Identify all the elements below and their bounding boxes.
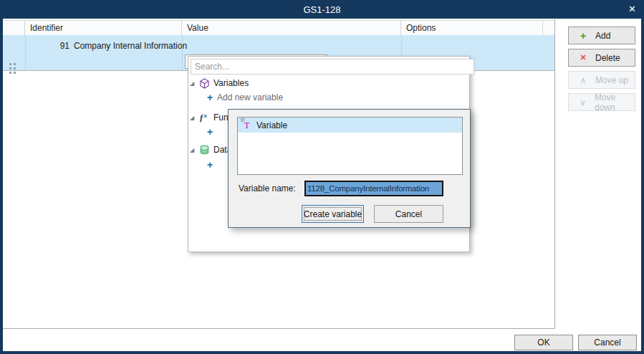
tree-item-add-new-database[interactable]: + [207,158,217,171]
tree-expander-icon[interactable]: ◢ [190,80,199,87]
variable-name-value: 1128_CompanyInternalInformation [306,184,429,193]
functions-fx-icon: ƒx [199,112,213,123]
variable-type-icon: ⚙ T [241,120,252,131]
row-drag-handle-icon[interactable] [9,63,11,65]
header-cell-value[interactable]: Value [182,21,401,35]
tree-expander-icon[interactable]: ◢ [190,115,199,121]
dialog-cancel-button[interactable]: Cancel [374,205,443,223]
plus-icon: + [207,126,217,138]
search-input[interactable] [191,59,474,75]
row-identifier-name: Company Internal Information [74,41,187,51]
delete-button-label: Delete [595,53,620,63]
move-down-button[interactable]: ∨ Move down [568,93,635,111]
add-new-variable-label: Add new variable [217,92,283,102]
dialog-cancel-button-label: Cancel [395,209,422,219]
tree-item-add-new-variable[interactable]: + Add new variable [207,91,283,104]
variables-label: Variables [213,78,249,88]
ok-button-label: OK [537,338,549,348]
row-identifier-code: 91 [30,41,69,51]
cancel-button-label: Cancel [594,338,620,348]
header-cell-identifier[interactable]: Identifier [25,21,182,35]
plus-icon: + [579,30,587,42]
variable-type-item[interactable]: ⚙ T Variable [238,118,462,133]
cell-divider [25,35,26,70]
type-letter-icon: T [244,120,249,131]
ok-button[interactable]: OK [514,335,573,350]
tree-expander-icon[interactable]: ◢ [190,147,199,153]
x-icon: ✕ [579,53,587,62]
table-header: Identifier Value Options [3,20,554,36]
chevron-down-icon: ∨ [579,97,587,107]
tree-item-add-new-function[interactable]: + [207,125,217,138]
header-cell-options[interactable]: Options [401,21,543,35]
close-icon[interactable]: ✕ [628,4,636,15]
dialog-titlebar: GS1-128 ✕ [0,0,644,19]
tree-item-variables[interactable]: ◢ Variables [190,77,249,90]
variable-type-label: Variable [256,120,287,130]
create-variable-dialog: ⚙ T Variable Variable name: 1128_Company… [228,109,471,228]
move-down-button-label: Move down [595,92,635,113]
plus-icon: + [207,92,217,103]
variable-name-label: Variable name: [239,183,296,193]
add-button-label: Add [595,31,610,41]
chevron-up-icon: ∧ [579,75,587,85]
header-cell-extra [543,21,554,35]
header-cell-drag [3,21,25,35]
create-variable-button-label: Create variable [304,209,362,219]
gs1-128-dialog-window: GS1-128 ✕ Identifier Value Options 91 Co… [0,0,644,354]
fx-x-glyph: x [204,112,208,123]
delete-button[interactable]: ✕ Delete [568,49,635,67]
move-up-button[interactable]: ∧ Move up [568,71,635,89]
dialog-content: Identifier Value Options 91 Company Inte… [3,19,641,351]
variable-name-input[interactable]: 1128_CompanyInternalInformation [304,181,443,196]
variable-type-listbox[interactable]: ⚙ T Variable [237,117,463,175]
dialog-title: GS1-128 [303,4,340,15]
cancel-button[interactable]: Cancel [578,335,637,350]
databases-cylinder-icon [199,145,213,156]
variables-cube-icon [199,78,213,89]
plus-icon: + [207,159,217,171]
create-variable-button[interactable]: Create variable [302,205,364,223]
move-up-button-label: Move up [595,75,628,85]
add-button[interactable]: + Add [568,27,635,44]
